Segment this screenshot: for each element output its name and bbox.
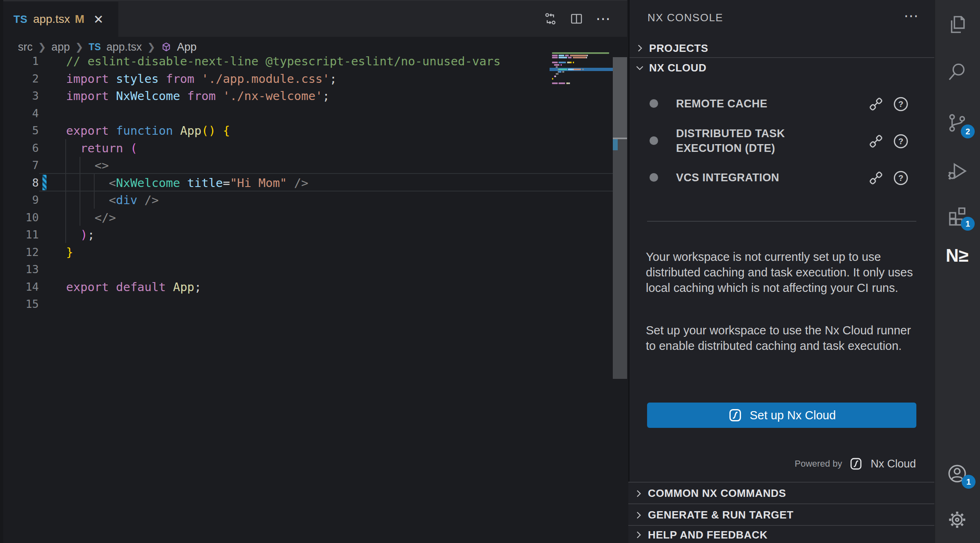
minimap-bar [559,57,567,58]
account-badge: 1 [962,475,976,489]
tab-app-tsx[interactable]: TS app.tsx M ✕ [3,2,118,37]
chevron-right-icon [633,488,644,499]
code-line-14[interactable]: export default App; [66,278,202,296]
chevron-down-icon [634,62,645,73]
minimap-bar [554,64,560,66]
line-number[interactable]: 12 [16,244,39,261]
line-number[interactable]: 3 [16,87,39,105]
section-generate-run-target[interactable]: GENERATE & RUN TARGET [628,503,934,526]
search-icon[interactable] [946,61,968,83]
typescript-file-icon: TS [13,13,27,26]
chevron-right-icon [633,530,644,540]
run-debug-icon[interactable] [946,160,968,182]
setup-button-label: Set up Nx Cloud [749,409,836,422]
powered-by-label: Powered by [795,458,842,469]
minimap-bar [559,62,566,63]
code-line-12[interactable]: } [66,244,73,261]
connect-icon[interactable] [867,133,885,150]
line-number[interactable]: 13 [16,261,39,278]
minimap-bar [556,66,558,68]
code-line-9[interactable]: <div /> [66,191,159,209]
cloud-item-remote-cache: REMOTE CACHE [676,96,851,111]
line-number[interactable]: 15 [16,296,39,313]
code-line-11[interactable]: ); [66,226,95,243]
minimap-bar [556,73,559,75]
minimap-bar [555,76,556,77]
nx-cloud-icon [727,407,743,423]
line-number[interactable]: 6 [16,140,39,157]
section-label: PROJECTS [649,42,708,55]
minimap-slider[interactable] [613,57,627,138]
tab-modified-badge: M [75,13,84,26]
gutter-modified-marker [42,175,47,190]
minimap-bar [568,69,573,70]
chevron-right-icon [634,43,645,53]
connect-icon[interactable] [867,96,885,113]
minimap-bar [559,71,561,73]
code-line-3[interactable]: import NxWelcome from './nx-welcome'; [66,87,330,105]
code-line-6[interactable]: return ( [66,140,137,157]
divider [647,221,916,222]
breadcrumb-src[interactable]: src [18,41,33,53]
minimap-bar [582,69,584,70]
code-line-5[interactable]: export function App() { [66,122,230,139]
cloud-item-dte: DISTRIBUTED TASK EXECUTION (DTE) [676,126,851,156]
nx-console-activity-icon[interactable]: N≥ [946,245,968,267]
section-label: GENERATE & RUN TARGET [648,509,794,521]
section-help-and-feedback[interactable]: HELP AND FEEDBACK [628,525,934,543]
cloud-item-vcs-integration: VCS INTEGRATION [676,170,851,185]
section-common-nx-commands[interactable]: COMMON NX COMMANDS [628,482,934,504]
setup-nx-cloud-button[interactable]: Set up Nx Cloud [647,403,916,428]
line-number[interactable]: 9 [16,191,39,209]
line-number[interactable]: 5 [16,122,39,139]
nx-cloud-brand-label: Nx Cloud [871,458,916,470]
line-number[interactable]: 7 [16,157,39,174]
help-icon[interactable]: ? [892,169,910,187]
setup-instruction-text: Set up your workspace to use the Nx Clou… [646,323,917,354]
svg-text:?: ? [898,137,903,146]
section-nx-cloud[interactable]: NX CLOUD [630,58,936,77]
code-line-8[interactable]: <NxWelcome title="Hi Mom" /> [66,174,308,191]
minimap-bar [552,62,558,63]
help-icon[interactable]: ? [892,95,910,113]
minimap-bar [586,57,587,58]
line-number[interactable]: 2 [16,70,39,87]
line-number[interactable]: 8 [16,174,39,191]
minimap-bar [561,64,562,66]
line-number[interactable]: 11 [16,226,39,243]
breadcrumb-symbol-app[interactable]: App [177,41,197,53]
tab-strip: TS app.tsx M ✕ ⋯ [0,0,627,37]
line-number[interactable]: 10 [16,209,39,226]
workspace-status-text: Your workspace is not currently set up t… [646,249,917,296]
help-icon[interactable]: ? [892,132,910,150]
editor-group: TS app.tsx M ✕ ⋯ [0,0,627,543]
minimap-bar [552,78,553,80]
code-line-1[interactable]: // eslint-disable-next-line @typescript-… [66,53,501,70]
explorer-icon[interactable] [946,13,968,36]
minimap-bar [569,82,570,84]
minimap[interactable] [550,0,613,171]
svg-text:?: ? [898,100,903,109]
code-line-10[interactable]: </> [66,209,116,226]
minimap-bar [568,57,572,58]
section-projects[interactable]: PROJECTS [630,39,936,57]
line-number[interactable]: 1 [16,53,39,70]
status-bullet [650,173,658,182]
code-line-2[interactable]: import styles from './app.module.css'; [66,70,337,87]
code-line-7[interactable]: <> [66,157,109,174]
line-number[interactable]: 4 [16,105,39,122]
minimap-bar [570,55,587,56]
minimap-bar [566,82,569,84]
settings-gear-icon[interactable] [946,509,968,531]
breadcrumb-app[interactable]: app [51,41,70,53]
panel-more-actions-icon[interactable]: ⋯ [904,7,918,24]
minimap-bar [565,55,569,56]
svg-text:?: ? [898,174,903,182]
minimap-bar [562,71,564,73]
tab-close-icon[interactable]: ✕ [93,12,104,27]
breadcrumb-file[interactable]: app.tsx [106,41,142,53]
minimap-bar [552,82,558,84]
line-number[interactable]: 14 [16,278,39,296]
connect-icon[interactable] [867,169,885,187]
status-bullet [650,136,658,145]
